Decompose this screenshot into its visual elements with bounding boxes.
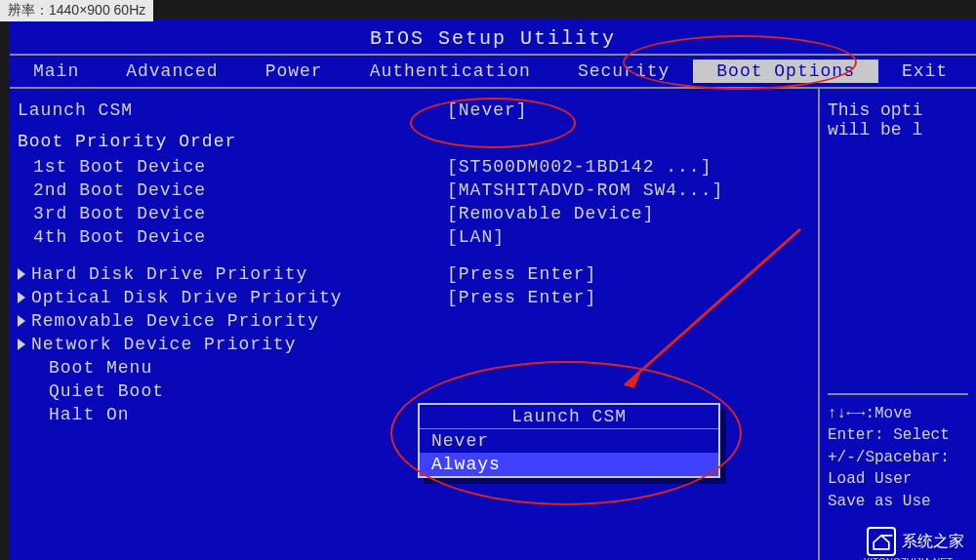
boot-device-1[interactable]: 1st Boot Device [ST500DM002-1BD142 ...]	[18, 157, 810, 177]
watermark-text: 系统之家	[902, 532, 964, 552]
submenu-removable-priority[interactable]: Removable Device Priority	[18, 311, 810, 331]
setting-quiet-boot[interactable]: Quiet Boot	[18, 381, 810, 401]
popup-title: Launch CSM	[420, 405, 718, 429]
setting-label: 1st Boot Device	[18, 157, 447, 177]
setting-label: Optical Disk Drive Priority	[18, 288, 447, 307]
setting-label: Halt On	[18, 405, 447, 424]
submenu-optical-priority[interactable]: Optical Disk Drive Priority [Press Enter…	[18, 288, 810, 307]
section-boot-priority: Boot Priority Order	[18, 132, 810, 151]
setting-label: 2nd Boot Device	[18, 180, 447, 200]
settings-panel: Launch CSM [Never] Boot Priority Order 1…	[10, 89, 820, 560]
setting-value: [LAN]	[447, 227, 505, 247]
submenu-network-priority[interactable]: Network Device Priority	[18, 335, 810, 354]
setting-label: 4th Boot Device	[18, 227, 447, 247]
menu-boot-options[interactable]: Boot Options	[693, 60, 878, 83]
menu-power[interactable]: Power	[242, 60, 346, 83]
setting-value: [MATSHITADVD-ROM SW4...]	[447, 180, 723, 200]
help-key: ↑↓←→:Move	[828, 403, 968, 424]
setting-boot-menu[interactable]: Boot Menu	[18, 358, 810, 378]
bios-title: BIOS Setup Utility	[10, 27, 976, 50]
watermark: 系统之家 XITONGZHIJIA.NET	[867, 527, 964, 556]
setting-value: [Removable Device]	[447, 204, 654, 223]
triangle-icon	[18, 268, 25, 280]
content-area: Launch CSM [Never] Boot Priority Order 1…	[10, 89, 976, 560]
monitor-resolution-label: 辨率：1440×900 60Hz	[0, 0, 153, 21]
help-key: Load User	[828, 468, 968, 490]
popup-option-always[interactable]: Always	[420, 453, 718, 476]
triangle-icon	[18, 292, 25, 303]
help-key: Save as Use	[828, 491, 968, 512]
help-key: Enter: Select	[828, 424, 968, 446]
setting-label: Hard Disk Drive Priority	[18, 264, 447, 284]
setting-value: [Press Enter]	[447, 288, 596, 307]
menu-advanced[interactable]: Advanced	[102, 60, 241, 83]
menu-exit[interactable]: Exit	[878, 60, 971, 83]
house-icon	[867, 527, 896, 556]
setting-label: Boot Menu	[18, 358, 447, 378]
setting-value: [ST500DM002-1BD142 ...]	[447, 157, 712, 177]
triangle-icon	[18, 339, 25, 350]
popup-option-never[interactable]: Never	[420, 429, 718, 453]
setting-label: Removable Device Priority	[18, 311, 447, 331]
setting-label: 3rd Boot Device	[18, 204, 447, 223]
boot-device-3[interactable]: 3rd Boot Device [Removable Device]	[18, 204, 810, 223]
setting-label: Network Device Priority	[18, 335, 447, 354]
menu-authentication[interactable]: Authentication	[346, 60, 554, 83]
setting-value: [Press Enter]	[447, 264, 596, 284]
help-panel: This opti will be l ↑↓←→:Move Enter: Sel…	[820, 89, 976, 560]
menu-bar: Main Advanced Power Authentication Secur…	[10, 54, 976, 89]
submenu-hdd-priority[interactable]: Hard Disk Drive Priority [Press Enter]	[18, 264, 810, 284]
boot-device-2[interactable]: 2nd Boot Device [MATSHITADVD-ROM SW4...]	[18, 180, 810, 200]
key-help: ↑↓←→:Move Enter: Select +/-/Spacebar: Lo…	[828, 393, 968, 512]
setting-label: Launch CSM	[18, 100, 447, 120]
bios-screen: BIOS Setup Utility Main Advanced Power A…	[10, 20, 976, 560]
help-key: +/-/Spacebar:	[828, 447, 968, 468]
menu-main[interactable]: Main	[10, 60, 102, 83]
help-description: This opti will be l	[828, 100, 968, 140]
setting-launch-csm[interactable]: Launch CSM [Never]	[18, 100, 810, 120]
menu-security[interactable]: Security	[554, 60, 693, 83]
triangle-icon	[18, 315, 25, 327]
setting-label: Quiet Boot	[18, 381, 447, 401]
launch-csm-popup: Launch CSM Never Always	[418, 403, 720, 478]
boot-device-4[interactable]: 4th Boot Device [LAN]	[18, 227, 810, 247]
setting-value: [Never]	[447, 100, 528, 120]
